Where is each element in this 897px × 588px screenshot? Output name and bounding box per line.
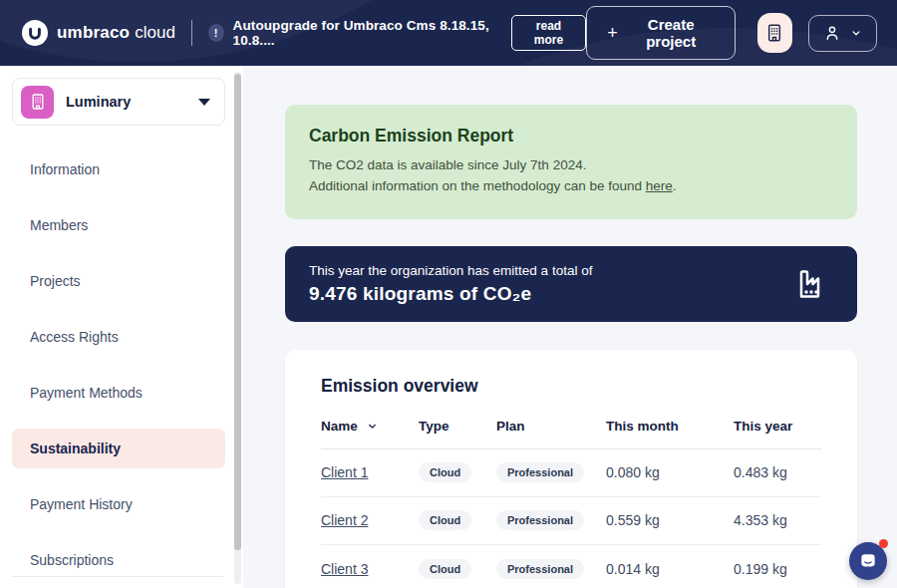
sort-chevron-down-icon (366, 420, 379, 433)
brand-wordmark: umbraco cloud (57, 23, 175, 43)
sidebar-item-payment-methods[interactable]: Payment Methods (12, 373, 225, 413)
column-header-plan: Plan (496, 419, 606, 434)
report-banner-title: Carbon Emission Report (309, 126, 833, 147)
type-badge: Cloud (419, 559, 471, 579)
total-emission-value: 9.476 kilograms of CO₂e (309, 283, 791, 305)
client-link[interactable]: Client 2 (321, 512, 368, 528)
total-banner-line1: This year the organization has emitted a… (309, 263, 791, 278)
table-row: Client 3 Cloud Professional 0.014 kg 0.1… (321, 545, 821, 588)
sidebar-scrollbar-thumb[interactable] (234, 74, 241, 550)
sidebar-item-sustainability[interactable]: Sustainability (12, 429, 225, 468)
plan-badge: Professional (496, 559, 584, 579)
plan-badge: Professional (496, 462, 584, 482)
table-row: Client 2 Cloud Professional 0.559 kg 4.3… (321, 497, 821, 545)
this-year-value: 4.353 kg (734, 512, 821, 528)
column-header-this-year: This year (734, 419, 821, 434)
top-navbar: umbraco cloud ! Autoupgrade for Umbraco … (0, 0, 897, 66)
chevron-down-icon (849, 26, 863, 40)
brand-cloud: cloud (135, 23, 175, 43)
header-name-label: Name (321, 419, 358, 434)
client-link[interactable]: Client 3 (321, 561, 368, 577)
autoupgrade-alert: ! Autoupgrade for Umbraco Cms 8.18.15, 1… (208, 18, 499, 48)
person-icon (822, 23, 842, 43)
building-icon (763, 22, 785, 44)
org-building-icon (21, 86, 54, 119)
umbraco-logo-icon[interactable] (22, 20, 48, 46)
this-month-value: 0.080 kg (606, 464, 734, 480)
emission-table: Name Type Plan This month This year Clie… (321, 419, 821, 588)
emission-overview-title: Emission overview (321, 376, 821, 397)
notification-dot (879, 539, 888, 548)
emission-total-banner: This year the organization has emitted a… (285, 246, 857, 322)
factory-icon (791, 264, 831, 304)
this-month-value: 0.559 kg (606, 512, 734, 528)
emission-overview-card: Emission overview Name Type Plan This mo… (285, 350, 857, 588)
organization-selector[interactable]: Luminary (12, 78, 225, 126)
organization-button[interactable] (757, 13, 792, 53)
sidebar-item-members[interactable]: Members (12, 205, 225, 245)
table-row: Client 1 Cloud Professional 0.080 kg 0.4… (321, 449, 821, 497)
sidebar-nav-list: Information Members Projects Access Righ… (12, 149, 225, 588)
this-month-value: 0.014 kg (606, 561, 734, 577)
sidebar-item-information[interactable]: Information (12, 149, 225, 189)
report-banner-line1: The CO2 data is available since July 7th… (309, 155, 833, 176)
main-content: Carbon Emission Report The CO2 data is a… (243, 66, 897, 588)
this-year-value: 0.483 kg (734, 464, 821, 480)
alert-message: Autoupgrade for Umbraco Cms 8.18.15, 10.… (233, 18, 499, 48)
report-banner-line2: Additional information on the methodolog… (309, 176, 833, 197)
sidebar-item-access-rights[interactable]: Access Rights (12, 317, 225, 357)
brand-umbraco: umbraco (57, 23, 130, 43)
methodology-link[interactable]: here (646, 178, 673, 193)
sidebar-bottom-divider (12, 576, 223, 577)
type-badge: Cloud (419, 462, 471, 482)
user-menu-button[interactable] (808, 15, 877, 52)
type-badge: Cloud (419, 510, 471, 530)
org-name-label: Luminary (66, 94, 131, 110)
table-header-row: Name Type Plan This month This year (321, 419, 821, 449)
report-banner-line2-suffix: . (673, 178, 677, 193)
sidebar-item-subscriptions[interactable]: Subscriptions (12, 540, 225, 580)
carbon-report-banner: Carbon Emission Report The CO2 data is a… (285, 105, 857, 219)
create-project-button[interactable]: + Create project (586, 6, 735, 60)
alert-exclamation-icon: ! (208, 24, 224, 42)
caret-down-icon (198, 99, 210, 106)
plus-icon: + (607, 24, 618, 42)
plan-badge: Professional (496, 510, 584, 530)
column-header-name[interactable]: Name (321, 419, 419, 434)
create-project-label: Create project (628, 16, 715, 50)
sidebar-item-payment-history[interactable]: Payment History (12, 484, 225, 524)
navbar-divider (191, 20, 192, 46)
client-link[interactable]: Client 1 (321, 464, 368, 480)
sidebar-item-projects[interactable]: Projects (12, 261, 225, 301)
column-header-this-month: This month (606, 419, 734, 434)
this-year-value: 0.199 kg (734, 561, 821, 577)
sidebar: Luminary Information Members Projects Ac… (0, 66, 243, 588)
report-banner-line2-text: Additional information on the methodolog… (309, 178, 646, 193)
read-more-button[interactable]: read more (511, 15, 586, 51)
column-header-type: Type (419, 419, 496, 434)
chat-icon (858, 551, 878, 571)
